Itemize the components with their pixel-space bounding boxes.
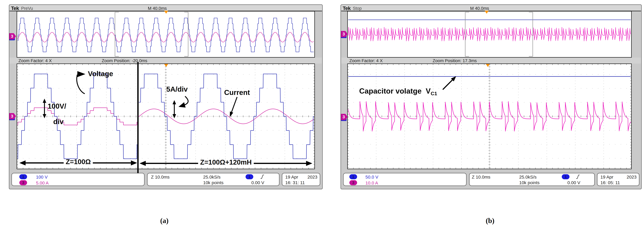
- sample-rate: 25.0kS/s: [519, 174, 536, 180]
- arrow-right-icon: [131, 160, 137, 166]
- zoom-waveform-svg: [348, 64, 631, 169]
- channel3-scale: 5.00 A: [36, 180, 49, 186]
- zoom-position-label: Zoom Position: 17.3ms: [433, 58, 477, 63]
- channel3-scale: 10.0 A: [366, 180, 378, 186]
- channel3-badge: 3: [19, 180, 27, 185]
- timebase-readout: M 40.0ms: [470, 6, 489, 11]
- figure-label-a: (a): [154, 216, 175, 225]
- overview-window: [347, 11, 632, 58]
- zoom-factor-label: Zoom Factor: 4 X: [349, 58, 383, 63]
- trigger-position-icon: [485, 11, 488, 14]
- region-label-left: Z=100Ω: [66, 158, 91, 166]
- trigger-source-badge: 1: [246, 174, 253, 179]
- arrow-left-icon: [19, 160, 26, 166]
- channel3-marker-icon: 3: [9, 113, 16, 119]
- datetime-box: 19 Apr 2023 16: 31: 11: [282, 173, 320, 186]
- zoom-window: [347, 64, 632, 169]
- time-label: 16: 05: 11: [600, 180, 620, 185]
- annotation-volts-per-div-2: div: [53, 118, 64, 126]
- channel1-badge: 1: [19, 174, 27, 179]
- channel1-badge: 1: [349, 174, 357, 179]
- region-arrow-right: Z=100Ω+120mH: [140, 160, 312, 166]
- trigger-slope-icon: [260, 174, 264, 180]
- channel3-marker-overview: 3: [9, 33, 17, 40]
- overview-window: [17, 11, 315, 58]
- channel3-marker-icon: 3: [9, 33, 16, 40]
- record-length: 10k points: [519, 180, 540, 185]
- sample-rate: 25.0kS/s: [203, 174, 220, 180]
- expanded-view-marker-icon: [486, 64, 490, 67]
- zoom-position-label: Zoom Position: -20.0ms: [102, 58, 147, 63]
- channel1-scale: 100 V: [36, 174, 48, 180]
- overview-waveform-svg: [348, 12, 631, 57]
- zoom-status-bar: Zoom Factor: 4 X Zoom Position: 17.3ms: [341, 58, 641, 64]
- channel-readout-box: 1 100 V 3 5.00 A: [12, 173, 144, 186]
- timebase-readout: M 40.0ms: [148, 6, 167, 11]
- acquisition-readout-box: Z 10.0ms 25.0kS/s 10k points 1 0.00 V: [469, 173, 595, 186]
- channel3-marker-main: 3: [9, 113, 17, 120]
- load-change-divider: [137, 62, 138, 173]
- region-arrow-left: Z=100Ω: [19, 160, 137, 166]
- acquisition-readout-box: Z 10.0ms 25.0kS/s 10k points 1 0.00 V: [147, 173, 280, 186]
- annotation-current: Current: [224, 88, 250, 96]
- oscilloscope-screen-b: Tek Stop M 40.0ms 3 Zoom Factor: 4 X Zoo…: [340, 4, 642, 189]
- overview-waveform-svg: [17, 12, 314, 57]
- figure-label-b: (b): [480, 216, 500, 225]
- channel3-marker-overview: 3: [341, 31, 348, 38]
- header-bar: Tek Stop M 40.0ms: [341, 5, 641, 11]
- datetime-box: 19 Apr 2023 16: 05: 11: [597, 173, 640, 186]
- region-label-right: Z=100Ω+120mH: [200, 158, 252, 166]
- date-label: 19 Apr: [285, 174, 298, 180]
- tek-logo: Tek: [11, 5, 19, 11]
- header-bar: Tek PreVu M 40.0ms: [10, 5, 322, 11]
- year-label: 2023: [626, 174, 636, 180]
- oscilloscope-screen-a: Tek PreVu M 40.0ms 3 Zoom Factor: 4 X Zo…: [9, 4, 322, 189]
- zoom-waveform-svg: [17, 64, 314, 169]
- acquisition-status: PreVu: [21, 6, 33, 11]
- tek-logo: Tek: [343, 5, 350, 11]
- trigger-level: 0.00 V: [251, 180, 264, 185]
- annotation-voltage: Voltage: [88, 70, 113, 78]
- arrow-right-icon: [306, 161, 312, 166]
- expanded-view-marker-icon: [164, 64, 168, 67]
- date-label: 19 Apr: [600, 174, 613, 180]
- channel3-marker-icon: 3: [341, 31, 348, 37]
- annotation-subscript: C1: [431, 90, 437, 96]
- channel3-badge: 3: [349, 180, 357, 185]
- zoom-status-bar: Zoom Factor: 4 X Zoom Position: -20.0ms: [10, 58, 322, 64]
- acquisition-status: Stop: [353, 6, 362, 11]
- trigger-position-icon: [164, 11, 168, 14]
- channel3-marker-icon: 3: [341, 114, 348, 120]
- zoom-factor-label: Zoom Factor: 4 X: [18, 58, 52, 63]
- zoom-timebase: Z 10.0ms: [472, 174, 490, 180]
- figure-oscilloscope-captures: Tek PreVu M 40.0ms 3 Zoom Factor: 4 X Zo…: [0, 0, 644, 233]
- zoom-timebase: Z 10.0ms: [151, 174, 170, 180]
- trigger-level: 0.00 V: [568, 180, 580, 185]
- year-label: 2023: [308, 174, 318, 180]
- channel-readout-box: 1 50.0 V 3 10.0 A: [343, 173, 466, 186]
- channel3-marker-main: 3: [341, 114, 348, 121]
- zoom-window: [17, 64, 315, 169]
- trigger-slope-icon: [576, 174, 580, 180]
- arrow-left-icon: [140, 161, 146, 166]
- trigger-source-badge: 1: [562, 174, 570, 179]
- record-length: 10k points: [203, 180, 224, 185]
- channel1-scale: 50.0 V: [366, 174, 378, 180]
- time-label: 16: 31: 11: [285, 180, 305, 185]
- annotation-amps-per-div: 5A/div: [166, 85, 188, 93]
- annotation-volts-per-div: 100V/: [48, 102, 66, 110]
- annotation-capacitor-voltage: Capacitor volatge VC1: [359, 87, 437, 96]
